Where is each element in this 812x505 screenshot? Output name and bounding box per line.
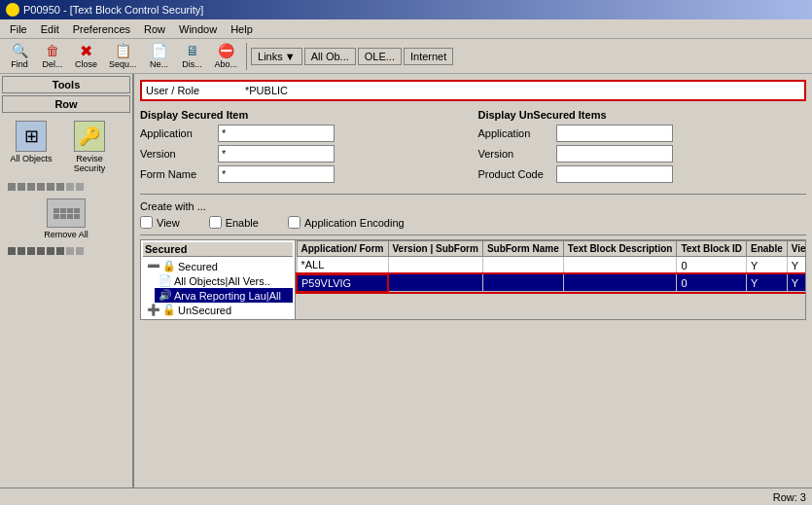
all-objects-button[interactable]: All Ob... <box>304 48 356 65</box>
speaker-icon: 🔊 <box>159 289 172 302</box>
display-secured-title: Display Secured Item <box>140 109 469 121</box>
app-input-secured[interactable] <box>218 125 335 142</box>
cell-text-block-desc <box>563 274 677 292</box>
checkbox-row: View Enable Application Encoding <box>140 216 806 229</box>
col-header-enable: Enable <box>747 241 788 257</box>
content-area: User / Role Display Secured Item Applica… <box>134 74 812 505</box>
app-field-row-unsecured: Application <box>478 125 807 142</box>
sidebar: Tools Row ⊞ All Objects 🔑 Revise Securit… <box>0 74 134 505</box>
tree-header: Secured <box>143 242 293 257</box>
menu-window[interactable]: Window <box>173 22 223 36</box>
revise-security-icon: 🔑 <box>74 121 105 152</box>
about-icon: ⛔ <box>218 43 233 58</box>
product-code-input[interactable] <box>556 165 673 183</box>
version-label-secured: Version <box>140 148 218 160</box>
cell-app-form: P59VLVIG <box>297 274 388 292</box>
display-unsecured-group: Display UnSecured Items Application Vers… <box>478 109 807 186</box>
data-table: Application/ Form Version | SubForm SubF… <box>296 239 806 320</box>
about-button[interactable]: ⛔ Abo... <box>210 40 243 72</box>
tree-item-arva-reporting[interactable]: 🔊 Arva Reporting Lau|All <box>155 288 293 303</box>
form-name-input[interactable] <box>218 165 335 183</box>
sequ-button[interactable]: 📋 Sequ... <box>104 40 142 72</box>
table-row[interactable]: P59VLVIG 0 Y Y N <box>297 274 806 292</box>
app-encoding-checkbox[interactable] <box>288 216 300 229</box>
version-field-row-unsecured: Version <box>478 145 807 162</box>
menu-help[interactable]: Help <box>225 22 259 36</box>
view-checkbox[interactable] <box>140 216 153 229</box>
app-label-secured: Application <box>140 127 218 139</box>
toolbar: 🔍 Find 🗑 Del... ✖ Close 📋 Sequ... 📄 Ne..… <box>0 39 812 74</box>
sidebar-item-revise-security[interactable]: 🔑 Revise Security <box>62 119 117 175</box>
table-row[interactable]: *ALL 0 Y Y N <box>297 257 806 274</box>
view-checkbox-item: View <box>140 216 180 229</box>
toolbar-separator <box>246 43 247 70</box>
sidebar-grid-decoration2 <box>0 243 132 259</box>
version-field-row-secured: Version <box>140 145 469 162</box>
product-code-field-row: Product Code <box>478 165 807 183</box>
new-icon: 📄 <box>152 43 167 58</box>
remove-all-icon <box>47 198 86 228</box>
sidebar-tools-header: Tools <box>2 76 130 93</box>
form-name-field-row: Form Name <box>140 165 469 183</box>
view-checkbox-label: View <box>157 217 180 229</box>
chevron-down-icon: ▼ <box>285 51 296 62</box>
close-button[interactable]: ✖ Close <box>70 40 102 72</box>
sidebar-item-remove-all[interactable]: Remove All <box>0 195 132 243</box>
menu-row[interactable]: Row <box>138 22 171 36</box>
version-input-secured[interactable] <box>218 145 335 162</box>
sidebar-item-all-objects[interactable]: ⊞ All Objects <box>4 119 58 175</box>
two-col-section: Display Secured Item Application Version… <box>140 109 806 186</box>
tree-item-secured-root[interactable]: ➖ 🔒 Secured <box>143 259 293 273</box>
results-table: Application/ Form Version | SubForm SubF… <box>296 240 806 293</box>
user-role-row: User / Role <box>140 80 806 101</box>
internet-button[interactable]: Internet <box>404 48 453 65</box>
col-header-text-block-desc: Text Block Description <box>563 241 677 257</box>
ole-button[interactable]: OLE... <box>358 48 402 65</box>
user-role-label: User / Role <box>146 85 243 96</box>
enable-checkbox-item: Enable <box>209 216 259 229</box>
cell-text-block-desc <box>563 257 677 274</box>
cell-app-form: *ALL <box>297 257 388 274</box>
find-button[interactable]: 🔍 Find <box>4 40 35 72</box>
table-section: Secured ➖ 🔒 Secured 📄 All Objects|All Ve… <box>140 234 806 320</box>
links-button[interactable]: Links ▼ <box>251 48 302 65</box>
app-input-unsecured[interactable] <box>556 125 673 142</box>
tree-item-label: Arva Reporting Lau|All <box>174 290 281 302</box>
app-label-unsecured: Application <box>478 127 556 139</box>
version-input-unsecured[interactable] <box>556 145 673 162</box>
enable-checkbox[interactable] <box>209 216 222 229</box>
cell-version-subform <box>388 274 482 292</box>
menu-file[interactable]: File <box>4 22 33 36</box>
cell-view: Y <box>787 274 806 292</box>
tree-item-label: Secured <box>178 261 218 272</box>
display-button[interactable]: 🖥 Dis... <box>177 40 208 72</box>
create-with-section: Create with ... View Enable Application … <box>140 194 806 229</box>
doc-icon: 📄 <box>159 274 172 287</box>
sidebar-icon-container: ⊞ All Objects 🔑 Revise Security <box>0 115 132 179</box>
new-button[interactable]: 📄 Ne... <box>144 40 175 72</box>
product-code-label: Product Code <box>478 168 556 180</box>
tree-item-all-objects[interactable]: 📄 All Objects|All Vers.. <box>155 273 293 288</box>
find-icon: 🔍 <box>12 43 27 58</box>
table-outer: Secured ➖ 🔒 Secured 📄 All Objects|All Ve… <box>140 239 806 320</box>
app-field-row-secured: Application <box>140 125 469 142</box>
tree-item-unsecured-root[interactable]: ➕ 🔓 UnSecured <box>143 303 293 317</box>
enable-checkbox-label: Enable <box>226 217 259 229</box>
menu-preferences[interactable]: Preferences <box>67 22 136 36</box>
secured-tree: Secured ➖ 🔒 Secured 📄 All Objects|All Ve… <box>140 239 296 320</box>
delete-button[interactable]: 🗑 Del... <box>37 40 68 72</box>
user-role-input[interactable] <box>243 84 800 97</box>
cell-enable: Y <box>747 257 788 274</box>
cell-text-block-id: 0 <box>677 257 747 274</box>
lock-open-icon: 🔓 <box>162 304 176 316</box>
col-header-app-form: Application/ Form <box>297 241 388 257</box>
tree-item-label: UnSecured <box>178 305 231 316</box>
cell-subform-name <box>482 257 563 274</box>
version-label-unsecured: Version <box>478 148 556 160</box>
status-bar: Row: 3 <box>0 487 812 505</box>
cell-view: Y <box>787 257 806 274</box>
sequ-icon: 📋 <box>115 43 130 58</box>
display-secured-group: Display Secured Item Application Version… <box>140 109 469 186</box>
sidebar-grid-decoration <box>0 179 132 195</box>
menu-edit[interactable]: Edit <box>35 22 65 36</box>
